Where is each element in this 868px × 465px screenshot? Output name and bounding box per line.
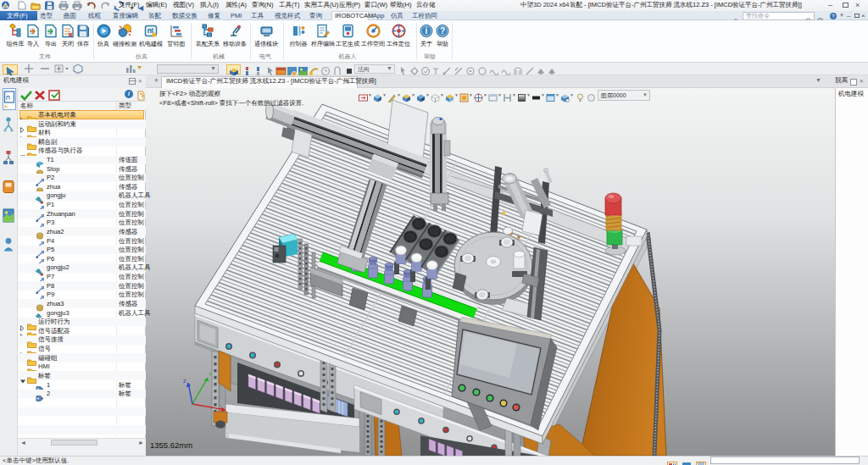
svg-text:Z: Z xyxy=(183,379,186,384)
svg-text:Y: Y xyxy=(209,372,212,377)
svg-text:?: ? xyxy=(440,26,445,36)
svg-text:i: i xyxy=(426,26,428,36)
